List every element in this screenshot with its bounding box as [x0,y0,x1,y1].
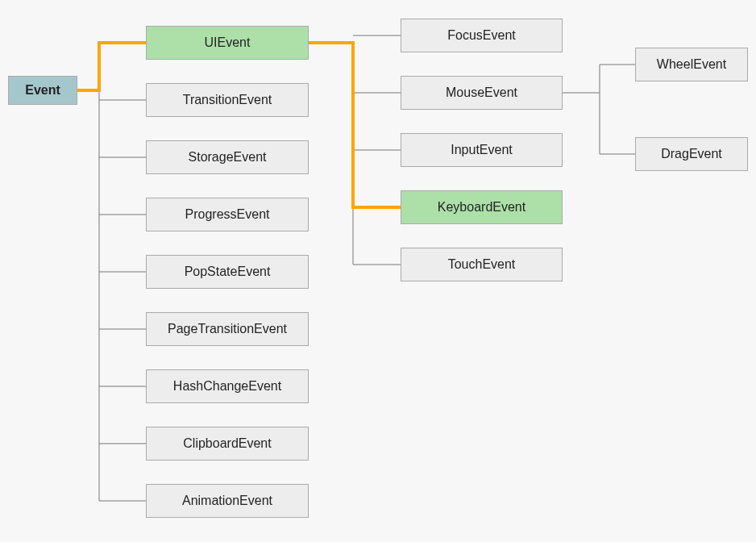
node-label: ClipboardEvent [183,436,271,451]
node-label: KeyboardEvent [438,200,525,215]
node-dragevent[interactable]: DragEvent [635,137,748,171]
node-inputevent[interactable]: InputEvent [401,133,563,167]
node-label: DragEvent [661,147,722,161]
node-label: ProgressEvent [185,207,270,222]
node-progressevent[interactable]: ProgressEvent [146,198,309,231]
node-label: Event [25,83,60,98]
node-hashchangeevent[interactable]: HashChangeEvent [146,369,309,403]
node-touchevent[interactable]: TouchEvent [401,248,563,281]
node-label: FocusEvent [447,28,515,43]
node-label: StorageEvent [189,150,267,165]
node-clipboardevent[interactable]: ClipboardEvent [146,427,309,461]
node-popstateevent[interactable]: PopStateEvent [146,255,309,289]
node-storageevent[interactable]: StorageEvent [146,140,309,174]
node-label: TouchEvent [448,257,516,272]
node-label: UIEvent [205,35,251,50]
node-label: AnimationEvent [182,494,272,508]
node-label: InputEvent [451,143,513,157]
node-wheelevent[interactable]: WheelEvent [635,48,748,81]
node-label: MouseEvent [446,85,517,100]
node-pagetransitionevent[interactable]: PageTransitionEvent [146,312,309,346]
node-label: WheelEvent [657,57,726,72]
node-keyboardevent[interactable]: KeyboardEvent [401,190,563,224]
node-label: HashChangeEvent [173,379,281,394]
node-transitionevent[interactable]: TransitionEvent [146,83,309,117]
node-focusevent[interactable]: FocusEvent [401,19,563,52]
node-mouseevent[interactable]: MouseEvent [401,76,563,110]
node-label: TransitionEvent [183,93,272,107]
node-event-root[interactable]: Event [8,76,77,105]
node-label: PageTransitionEvent [168,322,287,336]
node-animationevent[interactable]: AnimationEvent [146,484,309,518]
node-uievent[interactable]: UIEvent [146,26,309,60]
node-label: PopStateEvent [185,265,271,279]
